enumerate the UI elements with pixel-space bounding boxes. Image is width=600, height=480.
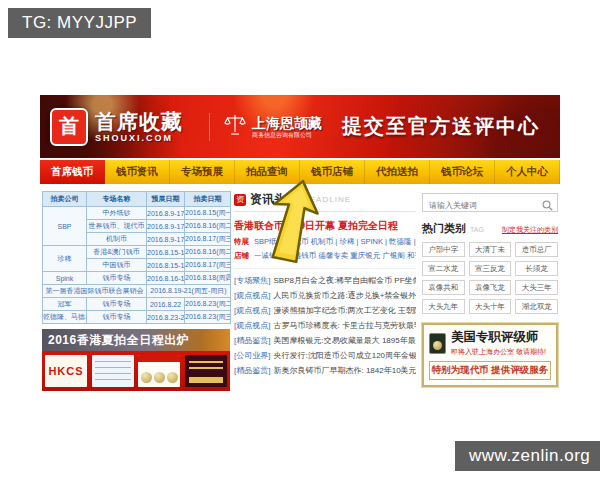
ad-title: 2016香港夏拍全日程出炉 bbox=[42, 329, 230, 351]
news-list-item[interactable]: [观点视点]古罗马币珍稀度表: 卡里古拉与克劳狄最罕见 bbox=[234, 318, 416, 333]
news-item-text: 央行发行:沈阳造币公司成立120周年金银纪念币 bbox=[273, 351, 416, 360]
nav-item-link[interactable]: 钱币资讯 bbox=[105, 160, 170, 184]
tagline-links[interactable]: SBP纸钞 现代币 机制币 | 珍稀 | SPINK | 乾德隆 | 代拍 bbox=[254, 237, 416, 246]
news-item-text: 古罗马币珍稀度表: 卡里古拉与克劳狄最罕见 bbox=[273, 321, 416, 330]
content-area: 拍卖公司专场名称预展日期拍卖日期 SBP中外纸钞2016.8.9-172016.… bbox=[40, 186, 560, 400]
category-tag-button[interactable]: 宣二水龙 bbox=[422, 261, 465, 276]
table-cell: 钱币专场 bbox=[87, 311, 147, 324]
screenshot-canvas: TG: MYYJJPP 首 首席收藏 SHOUXI.COM bbox=[0, 0, 600, 480]
scales-icon bbox=[224, 113, 246, 141]
site-logo[interactable]: 首席收藏 SHOUXI.COM bbox=[95, 111, 183, 143]
news-list-item[interactable]: [专场聚焦]SBP8月白金之夜:稀罕自由帽金币 PF坐像银元 bbox=[234, 273, 416, 288]
summer-auction-ad[interactable]: 2016香港夏拍全日程出炉 HKCS bbox=[42, 329, 230, 391]
thumbnail-poster[interactable] bbox=[185, 355, 227, 387]
top-headline-link[interactable]: 香港联合币展19日开幕 夏拍完全日程 bbox=[234, 219, 416, 233]
shouxi-logo-icon[interactable]: 首 bbox=[50, 108, 88, 146]
category-tag-button[interactable]: 户部中字 bbox=[422, 242, 465, 257]
table-cell: 2016.8.23(周二) bbox=[185, 298, 231, 311]
category-tag-button[interactable]: 大清丁未 bbox=[469, 242, 512, 257]
coin-slab-icon bbox=[429, 333, 446, 354]
thumbnail-hkcs[interactable]: HKCS bbox=[45, 355, 87, 387]
partner-subtitle: 商务信息咨询有限公司 bbox=[252, 132, 322, 138]
thumbnail-schedule[interactable] bbox=[92, 355, 134, 387]
news-list-item[interactable]: [精品鉴赏]新奥尔良铸币厂早期杰作: 1842年10美元金币 bbox=[234, 363, 416, 378]
grader-ad-subtitle: 即将入驻上海办公室 敬请期待! bbox=[451, 347, 546, 357]
table-header-cell: 拍卖日期 bbox=[185, 192, 231, 207]
nav-item-active[interactable]: 首席钱币 bbox=[40, 160, 105, 184]
grader-ad-title: 美国专职评级师 bbox=[451, 329, 546, 346]
table-cell: 2016.8.15(周一) bbox=[185, 207, 231, 220]
category-tag-button[interactable]: 湖北双龙 bbox=[515, 299, 558, 314]
grader-ad[interactable]: 美国专职评级师 即将入驻上海办公室 敬请期待! 特别为现代币 提供评级服务 bbox=[422, 323, 558, 387]
category-tag-button[interactable]: 宣三反龙 bbox=[469, 261, 512, 276]
table-cell: 2016.8.16(周二) bbox=[185, 246, 231, 259]
category-tag-button[interactable]: 长须龙 bbox=[515, 261, 558, 276]
news-section-title: 资讯头条 bbox=[250, 191, 298, 208]
left-column: 拍卖公司专场名称预展日期拍卖日期 SBP中外纸钞2016.8.9-172016.… bbox=[42, 191, 232, 391]
tagline-lead: 店铺 bbox=[234, 251, 249, 260]
nav-item-link[interactable]: 专场预展 bbox=[170, 160, 235, 184]
submit-grading-cta[interactable]: 提交至官方送评中心 bbox=[342, 113, 540, 140]
tagline-links[interactable]: 一诚钱币 泓盛钱币 德馨专卖 重庆银元 广银阁 和平钱庄 bbox=[254, 251, 416, 260]
news-section-subtitle: HEADLINE bbox=[303, 195, 351, 204]
search-box bbox=[422, 193, 558, 212]
hot-categories-title: 热门类别 bbox=[422, 221, 466, 236]
table-cell: 2016.8.17(周三) bbox=[185, 233, 231, 246]
news-list-item[interactable]: [精品鉴赏]美国摩根银元:交易收藏量最大 1895年最稀少 bbox=[234, 333, 416, 348]
nav-item-link[interactable]: 个人中心 bbox=[495, 160, 560, 184]
news-item-tag: [精品鉴赏] bbox=[234, 336, 270, 345]
hot-categories-header: 热门类别 TAG 制定我关注的类别 bbox=[422, 221, 558, 236]
partner-block: 上海恩颉藏 商务信息咨询有限公司 bbox=[209, 113, 322, 141]
table-cell: 2016.8.22 bbox=[147, 298, 185, 311]
table-cell: SBP bbox=[43, 207, 87, 246]
table-cell: 乾德隆、马德和 bbox=[43, 311, 87, 324]
table-row: 珍稀香港&澳门钱币2016.8.15-162016.8.16(周二) bbox=[43, 246, 231, 259]
table-cell: Spink bbox=[43, 272, 87, 285]
grader-ad-service-line: 特别为现代币 提供评级服务 bbox=[429, 361, 551, 380]
auction-schedule-table: 拍卖公司专场名称预展日期拍卖日期 SBP中外纸钞2016.8.9-172016.… bbox=[42, 191, 231, 324]
news-section-header: 资 资讯头条 HEADLINE bbox=[234, 191, 416, 212]
news-list-item[interactable]: [公司业界]央行发行:沈阳造币公司成立120周年金银纪念币 bbox=[234, 348, 416, 363]
table-row: 第一届香港国际钱币联合展销会2016.8.19-21(周五-周日) bbox=[43, 285, 231, 298]
headline-seal-icon: 资 bbox=[234, 194, 246, 206]
category-tag-button[interactable]: 袁像飞龙 bbox=[469, 280, 512, 295]
tagline-shops: 店铺 一诚钱币 泓盛钱币 德馨专卖 重庆银元 广银阁 和平钱庄 bbox=[234, 251, 416, 261]
site-watermark: www.zenlin.org bbox=[455, 441, 600, 471]
table-cell: 冠军 bbox=[43, 298, 87, 311]
category-tag-button[interactable]: 大头十年 bbox=[469, 299, 512, 314]
thumbnail-coins[interactable] bbox=[138, 355, 180, 387]
table-cell: 珍稀 bbox=[43, 246, 87, 272]
search-input[interactable] bbox=[423, 198, 541, 213]
news-list: [专场聚焦]SBP8月白金之夜:稀罕自由帽金币 PF坐像银元[观点视点]人民币兑… bbox=[234, 268, 416, 378]
customize-categories-link[interactable]: 制定我关注的类别 bbox=[502, 225, 558, 235]
category-tag-button[interactable]: 大头三年 bbox=[515, 280, 558, 295]
table-cell: 2016.8.9-17 bbox=[147, 233, 185, 246]
hot-category-grid: 户部中字大清丁未造币总厂宣二水龙宣三反龙长须龙袁像共和袁像飞龙大头三年大头九年大… bbox=[422, 242, 558, 314]
search-icon[interactable] bbox=[542, 197, 553, 215]
news-list-item[interactable]: [观点视点]漫谈熊猫加字纪念币:两次工艺变化 王朝阳丰 bbox=[234, 303, 416, 318]
table-cell: 2016.8.17(周三) bbox=[185, 259, 231, 272]
table-cell: 2016.8.16(周二) bbox=[185, 220, 231, 233]
table-row: Spink钱币专场2016.8.16-172016.8.18(周四) bbox=[43, 272, 231, 285]
table-header-cell: 拍卖公司 bbox=[43, 192, 87, 207]
nav-item-link[interactable]: 钱币店铺 bbox=[300, 160, 365, 184]
logo-title: 首席收藏 bbox=[95, 111, 183, 132]
news-item-text: 漫谈熊猫加字纪念币:两次工艺变化 王朝阳丰 bbox=[273, 306, 416, 315]
table-row: 冠军钱币专场2016.8.222016.8.23(周二) bbox=[43, 298, 231, 311]
news-column: 资 资讯头条 HEADLINE 香港联合币展19日开幕 夏拍完全日程 特展 SB… bbox=[234, 191, 416, 378]
nav-item-link[interactable]: 拍品查询 bbox=[235, 160, 300, 184]
nav-item-link[interactable]: 钱币论坛 bbox=[430, 160, 495, 184]
table-cell: 香港&澳门钱币 bbox=[87, 246, 147, 259]
category-tag-button[interactable]: 大头九年 bbox=[422, 299, 465, 314]
category-tag-button[interactable]: 袁像共和 bbox=[422, 280, 465, 295]
news-item-tag: [观点视点] bbox=[234, 321, 270, 330]
table-cell: 机制币 bbox=[87, 233, 147, 246]
news-item-text: 新奥尔良铸币厂早期杰作: 1842年10美元金币 bbox=[273, 366, 416, 375]
table-cell: 2016.8.9-17 bbox=[147, 207, 185, 220]
news-item-text: SBP8月白金之夜:稀罕自由帽金币 PF坐像银元 bbox=[273, 276, 416, 285]
news-list-item[interactable]: [观点视点]人民币兑换货币之路:逐步兑换+禁金银外币流通 bbox=[234, 288, 416, 303]
table-cell: 2016.8.23-24 bbox=[147, 311, 185, 324]
nav-item-link[interactable]: 代拍送拍 bbox=[365, 160, 430, 184]
table-cell: 2016.8.15-16 bbox=[147, 246, 185, 259]
category-tag-button[interactable]: 造币总厂 bbox=[515, 242, 558, 257]
